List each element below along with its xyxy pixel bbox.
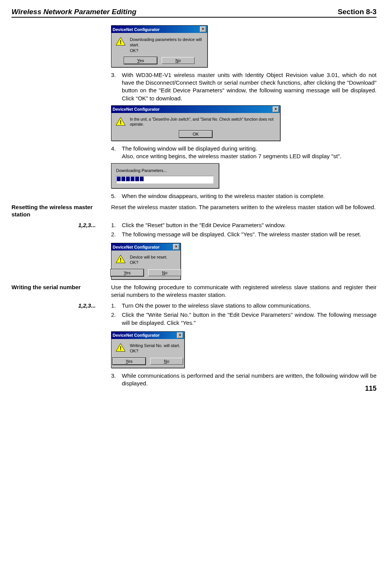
write-serial-dialog: DeviceNet Configurator × ! Writing Seria… (111, 331, 185, 368)
no-button[interactable]: No (148, 269, 181, 276)
reset-step-2: 2. The following message will be display… (111, 231, 377, 238)
page-header: Wireless Network Parameter Editing Secti… (11, 8, 377, 18)
step-number: 3. (111, 372, 122, 388)
yes-button[interactable]: Yes (111, 269, 144, 276)
serial-step-3: 3. While communications is performed and… (111, 372, 377, 388)
dialog-titlebar: DeviceNet Configurator × (111, 332, 184, 339)
step-text: When the window disappears, writing to t… (122, 192, 377, 200)
svg-text:!: ! (120, 120, 122, 125)
dialog-message: In the unit, a "Desert/re-Join switch", … (130, 117, 276, 127)
dialog-message: Writing Serial No. will start. OK? (130, 343, 180, 354)
warning-icon: ! (115, 37, 126, 46)
warning-icon: ! (115, 343, 126, 352)
step-text: The following message will be displayed.… (122, 231, 377, 238)
dialog-title: DeviceNet Configurator (113, 333, 160, 337)
dialog-message: Device will be reset. OK? (130, 254, 167, 265)
header-title: Wireless Network Parameter Editing (11, 8, 136, 16)
step-text: The following window will be displayed d… (122, 145, 377, 161)
progress-bar (116, 176, 213, 183)
step-text: Click the "Write Serial No." button in t… (122, 311, 377, 327)
step-text: Turn ON the power to the wireless slave … (122, 302, 377, 310)
reset-confirm-dialog: DeviceNet Configurator × ! Device will b… (111, 243, 181, 280)
warning-icon: ! (115, 254, 126, 264)
dialog-title: DeviceNet Configurator (113, 27, 160, 32)
progress-dialog: Downloading Parameters... (111, 163, 219, 188)
close-icon[interactable]: × (177, 332, 183, 338)
close-icon[interactable]: × (200, 26, 206, 32)
close-icon[interactable]: × (173, 244, 179, 250)
page-number: 115 (365, 385, 377, 393)
section-intro: Use the following procedure to communica… (111, 283, 377, 299)
reset-step-1: 1. Click the "Reset" button in the "Edit… (111, 221, 377, 229)
step-text: Click the "Reset" button in the "Edit De… (122, 221, 377, 229)
section-heading-serial: Writing the serial number (11, 283, 103, 291)
yes-button[interactable]: Yes (124, 57, 157, 64)
dialog-titlebar: DeviceNet Configurator × (111, 243, 180, 251)
section-intro: Reset the wireless master station. The p… (111, 203, 377, 211)
step-4: 4. The following window will be displaye… (111, 145, 377, 161)
no-button[interactable]: No (150, 358, 183, 365)
header-section: Section 8-3 (338, 8, 377, 16)
serial-step-1: 1. Turn ON the power to the wireless sla… (111, 302, 377, 310)
step-5: 5. When the window disappears, writing t… (111, 192, 377, 200)
step-number: 2. (111, 311, 122, 327)
svg-text:!: ! (120, 346, 122, 351)
dialog-message: Downloading parameters to device will st… (130, 37, 203, 53)
steps-label: 1,2,3... (11, 302, 103, 310)
dialog-title: DeviceNet Configurator (113, 245, 160, 249)
step-text: While communications is performed and th… (122, 372, 377, 388)
step-number: 5. (111, 192, 122, 200)
step-number: 3. (111, 71, 122, 102)
step-3: 3. With WD30-ME-V1 wireless master units… (111, 71, 377, 102)
step-number: 1. (111, 221, 122, 229)
svg-text:!: ! (120, 39, 122, 45)
step-number: 2. (111, 231, 122, 238)
svg-text:!: ! (120, 257, 122, 263)
serial-step-2: 2. Click the "Write Serial No." button i… (111, 311, 377, 327)
dialog-titlebar: DeviceNet Configurator × (111, 106, 280, 113)
dialog-titlebar: DeviceNet Configurator × (111, 26, 207, 33)
dialog-title: DeviceNet Configurator (113, 107, 160, 111)
step-number: 4. (111, 145, 122, 161)
section-heading-reset: Resetting the wireless master station (11, 203, 103, 218)
warning-icon: ! (115, 117, 126, 126)
close-icon[interactable]: × (273, 106, 279, 112)
ok-button[interactable]: OK (179, 131, 212, 138)
warning-dialog: DeviceNet Configurator × ! In the unit, … (111, 105, 280, 141)
download-confirm-dialog: DeviceNet Configurator × ! Downloading p… (111, 25, 208, 67)
steps-label: 1,2,3... (11, 221, 103, 229)
no-button[interactable]: No (162, 57, 195, 64)
progress-label: Downloading Parameters... (116, 168, 214, 173)
yes-button[interactable]: Yes (113, 358, 146, 365)
step-number: 1. (111, 302, 122, 310)
step-text: With WD30-ME-V1 wireless master units wi… (122, 71, 377, 102)
